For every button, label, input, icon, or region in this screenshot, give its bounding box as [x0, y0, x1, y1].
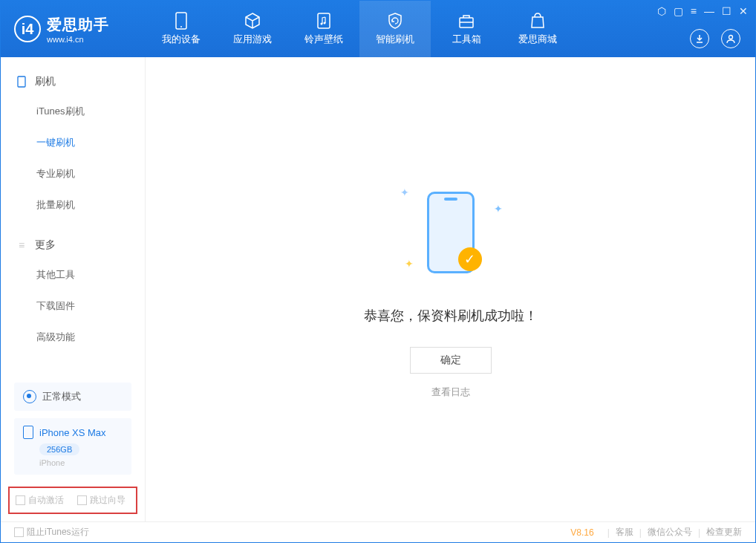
svg-rect-7 — [18, 77, 25, 87]
nav: 我的设备 应用游戏 铃声壁纸 智能刷机 工具箱 爱思商城 — [146, 1, 573, 57]
nav-label: 铃声壁纸 — [304, 33, 343, 46]
sidebar: 刷机 iTunes刷机 一键刷机 专业刷机 批量刷机 ≡ 更多 其他工具 下载固… — [1, 57, 146, 521]
nav-my-device[interactable]: 我的设备 — [146, 1, 217, 57]
nav-label: 我的设备 — [162, 33, 201, 46]
bag-icon — [529, 12, 547, 30]
music-icon — [315, 12, 333, 30]
svg-point-4 — [324, 22, 326, 25]
svg-point-1 — [180, 26, 182, 27]
sidebar-group-more[interactable]: ≡ 更多 — [1, 231, 145, 259]
close-button[interactable]: ✕ — [739, 5, 748, 17]
svg-point-3 — [321, 23, 323, 25]
list-icon: ≡ — [16, 239, 27, 251]
group-title: 更多 — [35, 238, 56, 252]
auto-activate-checkbox[interactable]: 自动激活 — [16, 494, 64, 507]
nav-label: 智能刷机 — [376, 33, 414, 46]
sparkle-icon: ✦ — [494, 203, 503, 215]
options-row: 自动激活 跳过向导 — [8, 487, 137, 514]
maximize-button[interactable]: ☐ — [722, 5, 731, 17]
sidebar-item-pro[interactable]: 专业刷机 — [1, 158, 145, 189]
toolbox-icon — [457, 12, 475, 30]
nav-store[interactable]: 爱思商城 — [502, 1, 573, 57]
wechat-link[interactable]: 微信公众号 — [648, 526, 692, 539]
mode-indicator[interactable]: 正常模式 — [14, 383, 131, 411]
nav-label: 工具箱 — [452, 33, 481, 46]
sidebar-item-oneclick[interactable]: 一键刷机 — [1, 127, 145, 158]
view-log-link[interactable]: 查看日志 — [431, 386, 470, 399]
sidebar-item-advanced[interactable]: 高级功能 — [1, 322, 145, 353]
skip-guide-checkbox[interactable]: 跳过向导 — [77, 494, 126, 507]
cube-icon — [244, 12, 261, 30]
sidebar-item-batch[interactable]: 批量刷机 — [1, 189, 145, 221]
block-itunes-checkbox[interactable]: 阻止iTunes运行 — [14, 526, 89, 539]
sparkle-icon: ✦ — [400, 186, 409, 198]
group-title: 刷机 — [35, 75, 56, 88]
logo-title: 爱思助手 — [47, 15, 109, 35]
nav-apps[interactable]: 应用游戏 — [217, 1, 288, 57]
mode-label: 正常模式 — [42, 390, 81, 403]
sidebar-item-itunes[interactable]: iTunes刷机 — [1, 96, 145, 127]
check-update-link[interactable]: 检查更新 — [706, 526, 742, 539]
header-right — [690, 29, 740, 48]
sidebar-item-othertools[interactable]: 其他工具 — [1, 259, 145, 290]
logo-icon: i4 — [14, 16, 41, 42]
mode-icon — [23, 390, 36, 403]
phone-icon — [16, 76, 27, 88]
nav-label: 爱思商城 — [518, 33, 557, 46]
storage-badge: 256GB — [39, 443, 79, 455]
sidebar-group-flash[interactable]: 刷机 — [1, 68, 145, 96]
nav-flash[interactable]: 智能刷机 — [359, 1, 431, 57]
customer-service-link[interactable]: 客服 — [616, 526, 633, 539]
shirt-icon[interactable]: ⬡ — [657, 5, 666, 17]
svg-rect-2 — [318, 13, 330, 28]
device-info[interactable]: iPhone XS Max 256GB iPhone — [14, 418, 131, 475]
main-content: ✦ ✦ ✦ ✓ 恭喜您，保资料刷机成功啦！ 确定 查看日志 — [146, 57, 755, 521]
device-type: iPhone — [39, 458, 123, 467]
sidebar-item-firmware[interactable]: 下载固件 — [1, 290, 145, 322]
nav-ringtone[interactable]: 铃声壁纸 — [288, 1, 359, 57]
refresh-shield-icon — [386, 12, 404, 30]
svg-point-6 — [729, 36, 733, 39]
minimize-button[interactable]: — — [704, 5, 714, 17]
success-message: 恭喜您，保资料刷机成功啦！ — [364, 307, 538, 325]
menu-icon[interactable]: ≡ — [691, 5, 697, 17]
header: i4 爱思助手 www.i4.cn 我的设备 应用游戏 铃声壁纸 智能刷机 工具… — [1, 1, 755, 57]
window-controls: ⬡ ▢ ≡ — ☐ ✕ — [657, 5, 748, 17]
device-name: iPhone XS Max — [39, 427, 106, 438]
version-label: V8.16 — [570, 527, 593, 538]
nav-toolbox[interactable]: 工具箱 — [431, 1, 502, 57]
success-illustration: ✦ ✦ ✦ ✓ — [391, 181, 510, 284]
device-icon — [23, 426, 33, 439]
device-icon — [172, 12, 190, 30]
footer: 阻止iTunes运行 V8.16 | 客服 | 微信公众号 | 检查更新 — [1, 521, 755, 542]
logo-subtitle: www.i4.cn — [47, 35, 109, 44]
ok-button[interactable]: 确定 — [410, 347, 492, 374]
logo[interactable]: i4 爱思助手 www.i4.cn — [1, 15, 146, 44]
lock-icon[interactable]: ▢ — [674, 5, 683, 17]
check-icon: ✓ — [458, 247, 482, 271]
sparkle-icon: ✦ — [405, 258, 414, 270]
nav-label: 应用游戏 — [233, 33, 272, 46]
download-button[interactable] — [690, 29, 709, 48]
user-button[interactable] — [721, 29, 740, 48]
